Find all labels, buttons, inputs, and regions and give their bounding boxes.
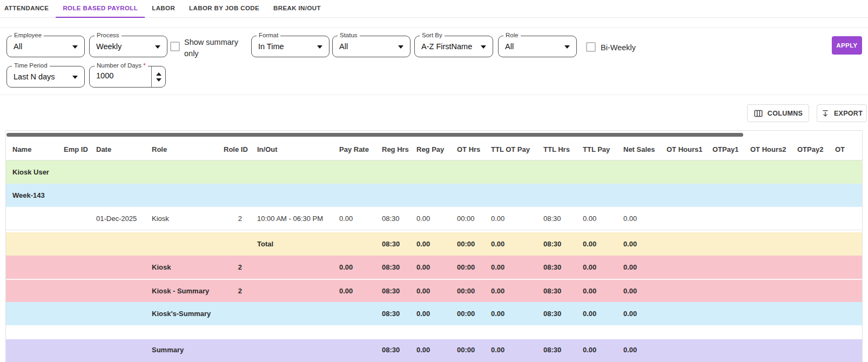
table-cell: 0.00	[410, 339, 450, 354]
payroll-table-body: Kiosk UserWeek-14301-Dec-2025Kiosk210:00…	[6, 160, 862, 362]
tab-labor-by-job-code[interactable]: LABOR BY JOB CODE	[182, 0, 266, 18]
time-period-select[interactable]: Time Period Last N days	[6, 66, 85, 88]
sort-by-select[interactable]: Sort By A-Z FirstName	[414, 36, 493, 57]
column-header[interactable]: Net Sales	[617, 145, 660, 153]
table-cell: 00:00	[450, 287, 485, 295]
tab-attendance[interactable]: ATTENDANCE	[0, 0, 56, 18]
columns-button[interactable]: COLUMNS	[747, 104, 809, 122]
column-header[interactable]: OTPay1	[706, 145, 744, 153]
filter-panel: Employee All Process Weekly Show summary…	[0, 28, 868, 95]
table-row-role-summary: Kiosk - Summary20.0008:300.0000:000.0008…	[6, 279, 862, 302]
column-header[interactable]: TTL Hrs	[537, 145, 576, 153]
table-cell: 0.00	[333, 263, 375, 271]
stepper-up-icon[interactable]	[156, 72, 162, 76]
column-header[interactable]: OT	[829, 145, 861, 153]
table-cell: 0.00	[410, 287, 450, 295]
apply-button[interactable]: APPLY	[832, 36, 862, 55]
table-cell: 2	[217, 214, 251, 223]
table-row-data: 01-Dec-2025Kiosk210:00 AM - 06:30 PM0.00…	[6, 207, 862, 230]
table-cell: 08:30	[537, 240, 576, 248]
show-summary-only-checkbox[interactable]	[170, 42, 180, 51]
table-cell: Summary	[145, 339, 217, 354]
column-header[interactable]: Role ID	[217, 145, 251, 153]
table-cell: 0.00	[485, 339, 537, 354]
status-select[interactable]: Status All	[332, 36, 411, 57]
table-cell	[829, 339, 861, 346]
tab-break-in-out[interactable]: BREAK IN/OUT	[266, 0, 328, 18]
number-of-days-label: Number of Days *	[95, 62, 148, 69]
table-cell: Kiosk	[145, 214, 217, 223]
column-header[interactable]: Reg Pay	[410, 145, 450, 153]
bi-weekly-checkbox[interactable]	[586, 42, 596, 52]
table-cell: 08:30	[375, 263, 410, 271]
role-select[interactable]: Role All	[498, 36, 577, 57]
table-cell: 0.00	[576, 240, 617, 248]
number-of-days-input[interactable]	[96, 71, 147, 80]
column-header[interactable]: Emp ID	[57, 145, 90, 153]
process-value: Weekly	[96, 42, 122, 51]
role-based-payroll-page: ATTENDANCE ROLE BASED PAYROLL LABOR LABO…	[0, 0, 868, 362]
horizontal-scrollbar[interactable]	[6, 133, 743, 137]
chevron-down-icon	[398, 45, 403, 49]
table-cell: 0.00	[576, 263, 617, 271]
process-select[interactable]: Process Weekly	[89, 36, 167, 57]
table-cell: 0.00	[485, 240, 537, 248]
column-header[interactable]: TTL OT Pay	[485, 145, 537, 153]
employee-select[interactable]: Employee All	[6, 36, 85, 57]
column-header[interactable]: TTL Pay	[576, 145, 617, 153]
status-value: All	[339, 42, 348, 51]
table-row-total: Total08:300.0000:000.0008:300.000.00	[6, 232, 862, 256]
tab-role-based-payroll[interactable]: ROLE BASED PAYROLL	[56, 0, 145, 18]
table-cell: 01-Dec-2025	[90, 214, 145, 223]
table-cell: 08:30	[537, 310, 576, 318]
table-cell: 10:00 AM - 06:30 PM	[251, 214, 333, 223]
table-row-user: Kiosk User	[6, 160, 862, 184]
table-cell: 0.00	[617, 263, 660, 271]
table-cell: 0.00	[410, 214, 450, 223]
table-cell	[90, 339, 145, 346]
column-header[interactable]: In/Out	[251, 145, 333, 153]
table-cell: 08:30	[537, 339, 576, 354]
column-header[interactable]: OTPay2	[791, 145, 829, 153]
employee-label: Employee	[12, 32, 44, 38]
table-cell: 0.00	[617, 287, 660, 295]
table-cell: 00:00	[450, 339, 485, 354]
table-cell: Week-143	[6, 191, 57, 199]
table-cell: 2	[217, 287, 251, 295]
table-row-user-summary: Kiosk's-Summary08:300.0000:000.0008:300.…	[6, 302, 862, 325]
role-value: All	[505, 42, 514, 51]
role-label: Role	[503, 32, 521, 38]
columns-icon	[753, 109, 763, 118]
time-period-value: Last N days	[14, 72, 55, 81]
table-row-role: Kiosk20.0008:300.0000:000.0008:300.000.0…	[6, 256, 862, 279]
table-cell: 0.00	[617, 240, 660, 248]
required-asterisk: *	[143, 62, 145, 69]
column-header[interactable]: Reg Hrs	[375, 145, 410, 153]
chevron-down-icon	[481, 45, 486, 49]
table-cell: 0.00	[617, 310, 660, 318]
show-summary-only-label: Show summary only	[184, 37, 241, 59]
table-cell: 00:00	[450, 263, 485, 271]
format-label: Format	[257, 32, 280, 38]
sort-by-value: A-Z FirstName	[421, 42, 472, 51]
column-header[interactable]: Name	[6, 145, 57, 153]
table-cell: 08:30	[375, 287, 410, 295]
table-row-spacer	[6, 325, 862, 339]
export-button[interactable]: EXPORT	[817, 104, 867, 122]
format-select[interactable]: Format In Time	[251, 36, 329, 57]
column-header[interactable]: OT Hours2	[744, 145, 791, 153]
table-cell: 08:30	[537, 263, 576, 271]
number-of-days-field: Number of Days *	[89, 66, 166, 88]
table-row-summary: Summary08:300.0000:000.0008:300.000.00	[6, 339, 862, 362]
table-cell: 0.00	[485, 263, 537, 271]
payroll-table: NameEmp IDDateRoleRole IDIn/OutPay RateR…	[5, 130, 863, 362]
column-header[interactable]: Date	[90, 145, 145, 153]
tab-labor[interactable]: LABOR	[145, 0, 182, 18]
table-cell: 0.00	[410, 240, 450, 248]
column-header[interactable]: Role	[145, 145, 217, 153]
column-header[interactable]: Pay Rate	[333, 145, 375, 153]
table-cell: 0.00	[576, 214, 617, 223]
column-header[interactable]: OT Hours1	[660, 145, 706, 153]
stepper-down-icon[interactable]	[156, 78, 162, 82]
column-header[interactable]: OT Hrs	[450, 145, 485, 153]
